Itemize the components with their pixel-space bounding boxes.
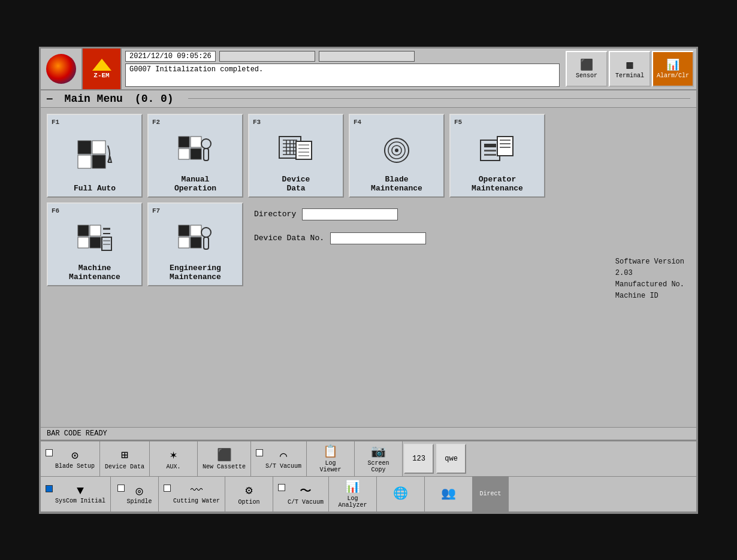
zem-label: Z-EM xyxy=(93,72,109,79)
bar-code-status: BAR CODE READY xyxy=(47,429,107,438)
device-data-no-label: Device Data No. xyxy=(254,234,324,243)
function-row-1: F1 Full Auto F2 xyxy=(47,114,690,198)
top-bar: Z-EM 2021/12/10 09:05:26 G0007 Initializ… xyxy=(41,49,696,90)
status-message: G0007 Initialization completed. xyxy=(125,63,560,87)
svg-rect-42 xyxy=(102,237,111,250)
f6-machine-maintenance-button[interactable]: F6 Mach xyxy=(47,202,143,286)
aux-icon: ✶ xyxy=(170,447,177,462)
syscom-checkbox[interactable] xyxy=(46,485,53,492)
st-vacuum-button[interactable]: ⌒ S/T Vacuum xyxy=(251,441,307,476)
svg-rect-48 xyxy=(191,237,201,248)
screen-copy-icon: 📷 xyxy=(371,444,386,459)
f5-key: F5 xyxy=(454,119,462,126)
directory-label: Directory xyxy=(254,210,296,219)
page-coords: (0. 0) xyxy=(135,93,174,105)
title-bar: — Main Menu (0. 0) xyxy=(41,90,696,108)
log-viewer-button[interactable]: 📋 LogViewer xyxy=(307,441,355,476)
screen-copy-button[interactable]: 📷 ScreenCopy xyxy=(355,441,403,476)
f2-label: ManualOperation xyxy=(174,175,216,193)
log-analyzer-icon: 📊 xyxy=(345,479,360,494)
right-info-panel: Directory Device Data No. Software Versi… xyxy=(248,202,690,308)
svg-rect-9 xyxy=(204,149,209,161)
log-analyzer-button[interactable]: 📊 LogAnalyzer xyxy=(329,477,377,511)
sensor-button[interactable]: ⬛ Sensor xyxy=(566,51,608,87)
terminal-icon: ▦ xyxy=(627,58,633,71)
main-content: F1 Full Auto F2 xyxy=(41,108,696,427)
directory-input[interactable] xyxy=(302,208,398,220)
ct-vacuum-checkbox[interactable] xyxy=(278,484,285,491)
new-cassette-button[interactable]: ⬛ New Cassette xyxy=(198,441,251,476)
aux-button[interactable]: ✶ AUX. xyxy=(150,441,198,476)
spindle-checkbox[interactable] xyxy=(117,485,125,492)
bottom-row1: ⊙ Blade Setup ⊞ Device Data ✶ AUX. ⬛ New… xyxy=(41,441,696,477)
sensor-label: Sensor xyxy=(576,72,597,79)
datetime-display: 2021/12/10 09:05:26 xyxy=(125,51,216,62)
svg-rect-1 xyxy=(92,141,105,154)
st-vacuum-checkbox[interactable] xyxy=(256,449,263,456)
new-cassette-label: New Cassette xyxy=(203,464,246,470)
blade-setup-checkbox[interactable] xyxy=(46,449,53,456)
f3-label: DeviceData xyxy=(282,175,310,193)
alpha-keyboard-button[interactable]: qwe xyxy=(436,444,466,474)
f5-operator-maintenance-button[interactable]: F5 OperatorMaintenance xyxy=(449,114,545,198)
syscom-icon: ▼ xyxy=(77,484,84,498)
operator-maintenance-icon xyxy=(479,128,515,172)
alarm-button[interactable]: 📊 Alarm/Clr xyxy=(652,51,694,87)
syscom-initial-button[interactable]: ▼ SysCom Initial xyxy=(41,477,111,511)
svg-rect-37 xyxy=(90,225,101,236)
direct-label: Direct xyxy=(480,491,502,497)
nav-button[interactable]: 🌐 xyxy=(377,477,425,511)
f3-device-data-button[interactable]: F3 xyxy=(248,114,344,198)
svg-rect-36 xyxy=(78,225,89,236)
software-version-value: 2.03 xyxy=(615,268,684,279)
info-input-2[interactable] xyxy=(319,51,415,62)
cutting-water-button[interactable]: 〰 Cutting Water xyxy=(159,477,225,511)
device-data-no-input[interactable] xyxy=(330,232,426,244)
cutting-water-checkbox[interactable] xyxy=(164,485,171,492)
engineering-maintenance-icon xyxy=(177,217,213,261)
svg-rect-3 xyxy=(92,155,105,168)
f2-manual-operation-button[interactable]: F2 ManualOperation xyxy=(147,114,243,198)
left-buttons-row2: F6 Mach xyxy=(47,202,243,286)
svg-rect-39 xyxy=(90,237,101,248)
svg-rect-30 xyxy=(484,150,496,152)
zem-button[interactable]: Z-EM xyxy=(83,49,122,89)
st-vacuum-icon: ⌒ xyxy=(280,448,287,463)
f7-engineering-maintenance-button[interactable]: F7 EngineeringMaintenance xyxy=(147,202,243,286)
option-button[interactable]: ⚙ Option xyxy=(225,477,273,511)
svg-point-27 xyxy=(395,149,398,152)
info-input-1[interactable] xyxy=(219,51,315,62)
direct-button[interactable]: Direct xyxy=(473,477,509,511)
f2-key: F2 xyxy=(152,119,160,126)
f4-blade-maintenance-button[interactable]: F4 BladeMaintenance xyxy=(349,114,445,198)
bottom-row2: ▼ SysCom Initial ◎ Spindle xyxy=(41,477,696,512)
alarm-label: Alarm/Clr xyxy=(657,72,689,79)
log-viewer-label: LogViewer xyxy=(320,460,342,473)
sensor-icon: ⬛ xyxy=(580,58,593,71)
ct-vacuum-button[interactable]: 〜 C/T Vacuum xyxy=(273,477,329,511)
f1-full-auto-button[interactable]: F1 Full Auto xyxy=(47,114,143,198)
screen-copy-label: ScreenCopy xyxy=(368,460,389,473)
f4-label: BladeMaintenance xyxy=(371,175,422,193)
blade-setup-button[interactable]: ⊙ Blade Setup xyxy=(41,441,100,476)
people-button[interactable]: 👥 xyxy=(425,477,473,511)
spindle-button[interactable]: ◎ Spindle xyxy=(111,477,159,511)
svg-rect-31 xyxy=(484,154,496,156)
new-cassette-icon: ⬛ xyxy=(217,447,232,462)
main-screen: Z-EM 2021/12/10 09:05:26 G0007 Initializ… xyxy=(39,47,698,514)
syscom-label: SysCom Initial xyxy=(55,498,105,504)
svg-point-8 xyxy=(201,139,211,149)
svg-rect-29 xyxy=(484,144,496,147)
cutting-water-label: Cutting Water xyxy=(173,498,220,504)
device-data-icon-bottom: ⊞ xyxy=(121,447,128,462)
page-title: Main Menu xyxy=(65,93,123,105)
full-auto-icon xyxy=(77,128,113,181)
terminal-button[interactable]: ▦ Terminal xyxy=(609,51,651,87)
device-data-button[interactable]: ⊞ Device Data xyxy=(100,441,150,476)
blade-setup-icon: ⊙ xyxy=(71,448,78,463)
svg-rect-46 xyxy=(191,225,201,236)
svg-rect-5 xyxy=(191,137,201,147)
num-keyboard-button[interactable]: 123 xyxy=(404,444,434,474)
log-analyzer-label: LogAnalyzer xyxy=(339,495,367,508)
option-icon: ⚙ xyxy=(246,483,253,498)
